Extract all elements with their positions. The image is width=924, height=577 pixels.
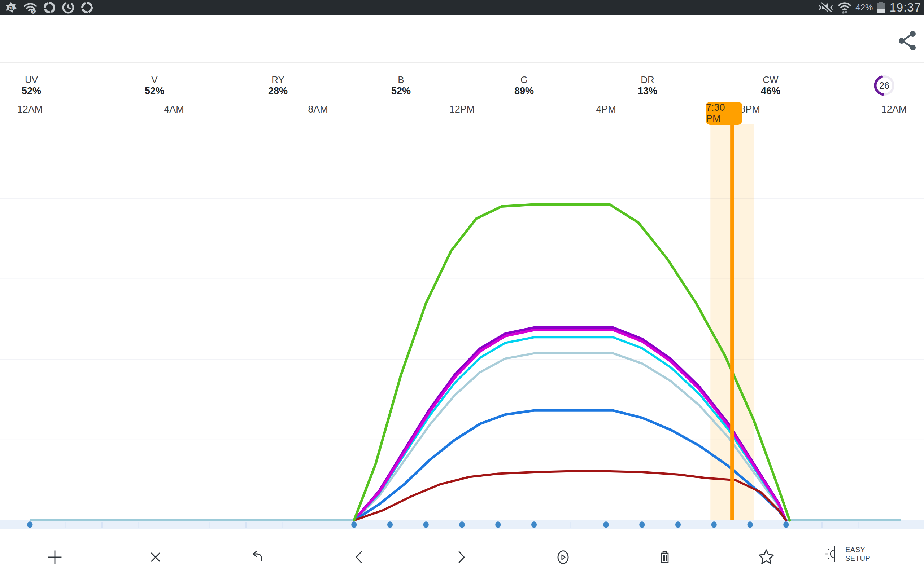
axis-label-8am: 8AM bbox=[293, 104, 343, 115]
battery-percent: 42% bbox=[855, 3, 873, 13]
schedule-point[interactable] bbox=[639, 521, 645, 528]
previous-button[interactable] bbox=[347, 545, 372, 570]
channel-ry[interactable]: RY28% bbox=[249, 74, 307, 97]
sync-icon-2 bbox=[80, 1, 94, 15]
undo-button[interactable] bbox=[245, 545, 270, 570]
add-point-button[interactable] bbox=[42, 545, 68, 570]
schedule-point[interactable] bbox=[711, 521, 717, 528]
easy-setup-label-line1: EASY bbox=[845, 545, 870, 554]
channel-uv[interactable]: UV52% bbox=[3, 74, 60, 97]
remove-point-button[interactable] bbox=[143, 545, 168, 570]
timer-icon bbox=[61, 1, 75, 15]
play-circle-icon bbox=[554, 548, 572, 567]
favorite-button[interactable] bbox=[754, 545, 779, 570]
selected-time-badge[interactable]: 7:30 PM bbox=[706, 102, 742, 125]
axis-label-12am-end: 12AM bbox=[869, 104, 919, 115]
easy-setup-label-line2: SETUP bbox=[845, 554, 870, 562]
channel-g[interactable]: G89% bbox=[495, 74, 553, 97]
plus-icon bbox=[45, 548, 64, 567]
schedule-point[interactable] bbox=[748, 521, 753, 528]
schedule-point[interactable] bbox=[675, 521, 681, 528]
svg-text:a: a bbox=[9, 3, 13, 11]
preview-play-button[interactable] bbox=[551, 545, 576, 570]
axis-label-12pm: 12PM bbox=[437, 104, 487, 115]
channel-v[interactable]: V52% bbox=[126, 74, 183, 97]
delete-button[interactable] bbox=[652, 545, 677, 570]
channel-cw[interactable]: CW46% bbox=[742, 74, 800, 97]
axis-label-12am: 12AM bbox=[5, 104, 55, 115]
status-bar: a ? bbox=[0, 0, 924, 15]
schedule-point[interactable] bbox=[423, 521, 429, 528]
schedule-point[interactable] bbox=[604, 521, 609, 528]
chevron-left-icon bbox=[351, 548, 368, 566]
sync-icon bbox=[43, 1, 56, 15]
temperature-ring-badge[interactable]: 26 bbox=[874, 75, 895, 96]
channel-dr[interactable]: DR13% bbox=[619, 74, 677, 97]
sun-half-icon bbox=[820, 544, 840, 564]
ring-badge-value: 26 bbox=[874, 75, 895, 96]
next-button[interactable] bbox=[448, 545, 473, 570]
schedule-point[interactable] bbox=[27, 521, 33, 528]
channel-b[interactable]: B52% bbox=[372, 74, 430, 97]
battery-icon bbox=[876, 1, 886, 14]
wifi-question-icon: ? bbox=[23, 1, 37, 14]
clock-text: 19:37 bbox=[889, 1, 921, 15]
schedule-point[interactable] bbox=[783, 521, 789, 528]
axis-label-4pm: 4PM bbox=[581, 104, 631, 115]
schedule-point[interactable] bbox=[531, 521, 537, 528]
easy-setup-button[interactable]: EASY SETUP bbox=[820, 544, 870, 564]
schedule-point[interactable] bbox=[459, 521, 465, 528]
avast-icon: a bbox=[3, 1, 18, 14]
wifi-arrows-icon bbox=[837, 1, 852, 14]
top-toolbar bbox=[0, 15, 924, 63]
share-button[interactable] bbox=[897, 29, 918, 51]
schedule-point[interactable] bbox=[351, 521, 357, 528]
undo-arrow-icon bbox=[249, 548, 267, 566]
mute-vibrate-icon bbox=[818, 2, 834, 14]
schedule-point[interactable] bbox=[495, 521, 501, 528]
axis-label-4am: 4AM bbox=[149, 104, 199, 115]
star-icon bbox=[756, 548, 776, 567]
cross-icon bbox=[147, 548, 164, 566]
svg-text:?: ? bbox=[32, 9, 34, 14]
trash-icon bbox=[656, 548, 674, 566]
schedule-point[interactable] bbox=[387, 521, 393, 528]
chevron-right-icon bbox=[452, 548, 470, 566]
